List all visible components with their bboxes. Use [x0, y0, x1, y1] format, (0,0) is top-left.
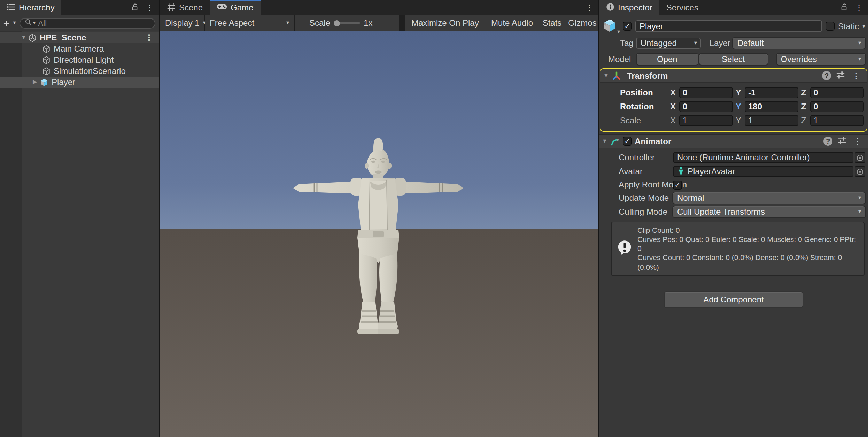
- animator-foldout-icon[interactable]: ▼: [602, 138, 607, 144]
- controller-label[interactable]: Controller: [602, 153, 673, 162]
- animator-info-text: Clip Count: 0 Curves Pos: 0 Quat: 0 Eule…: [637, 226, 859, 271]
- hierarchy-item-player[interactable]: ▶ Player: [0, 77, 159, 88]
- controller-object-picker[interactable]: [855, 152, 865, 163]
- model-open-button[interactable]: Open: [636, 54, 698, 65]
- hierarchy-item-label: Player: [52, 77, 75, 87]
- create-add-caret-icon[interactable]: ▾: [13, 20, 16, 26]
- animator-kebab-icon[interactable]: ⋮: [851, 137, 864, 145]
- animator-header[interactable]: ▼ ✓ Animator ? ⋮: [599, 135, 868, 148]
- controller-object-field[interactable]: None (Runtime Animator Controller): [673, 152, 853, 163]
- animator-header-icons: ? ⋮: [823, 136, 865, 147]
- model-select-button[interactable]: Select: [699, 54, 767, 65]
- add-component-button[interactable]: Add Component: [665, 292, 803, 307]
- info-line: Curves Count: 0 Constant: 0 (0.0%) Dense…: [637, 253, 859, 272]
- culling-mode-label[interactable]: Culling Mode: [602, 207, 673, 217]
- transform-kebab-icon[interactable]: ⋮: [850, 71, 862, 80]
- display-dropdown[interactable]: Display 1 ▾: [160, 15, 204, 31]
- hierarchy-search-input[interactable]: [37, 18, 150, 28]
- animator-enabled-checkbox[interactable]: ✓: [623, 137, 632, 146]
- prefab-icon-caret-icon[interactable]: ▾: [617, 29, 620, 35]
- help-icon[interactable]: ?: [822, 71, 831, 80]
- scale-slider[interactable]: [334, 22, 360, 24]
- rotation-y-field[interactable]: [745, 101, 798, 112]
- lock-icon[interactable]: [840, 2, 848, 13]
- presets-icon[interactable]: [836, 70, 845, 81]
- static-caret-icon[interactable]: ▾: [862, 23, 865, 29]
- scale-slider-knob[interactable]: [334, 20, 340, 26]
- gameobject-name-field[interactable]: [635, 20, 822, 32]
- game-toolbar: Display 1 ▾ Free Aspect ▾ Scale 1x Maxim…: [160, 15, 598, 31]
- apply-root-motion-checkbox[interactable]: ✓: [673, 180, 682, 189]
- axis-z-label[interactable]: Z: [801, 116, 807, 125]
- tab-game-label: Game: [231, 3, 253, 13]
- transform-header[interactable]: ▼ Transform ? ⋮: [600, 69, 867, 83]
- rotation-z-field[interactable]: [810, 101, 864, 112]
- culling-mode-dropdown[interactable]: Cull Update Transforms ▾: [673, 206, 865, 217]
- rotation-x-field[interactable]: [679, 101, 733, 112]
- prefab-cube-icon: [602, 18, 617, 36]
- axis-z-label[interactable]: Z: [801, 102, 807, 112]
- overrides-dropdown[interactable]: Overrides ▾: [776, 54, 865, 65]
- hierarchy-item-simulationscenario[interactable]: SimulationScenario: [0, 66, 159, 77]
- lock-icon[interactable]: [131, 2, 139, 13]
- axis-x-label[interactable]: X: [670, 116, 676, 125]
- axis-y-label-active[interactable]: Y: [736, 102, 742, 112]
- maximize-on-play-button[interactable]: Maximize On Play: [405, 15, 486, 31]
- player-foldout-icon[interactable]: ▶: [33, 79, 40, 85]
- tab-hierarchy[interactable]: Hierarchy: [0, 0, 62, 15]
- apply-root-motion-label[interactable]: Apply Root Motion: [602, 180, 673, 190]
- avatar-object-field[interactable]: PlayerAvatar: [673, 166, 853, 177]
- tag-dropdown[interactable]: Untagged ▾: [636, 38, 701, 49]
- gameobject-name-row: ▾ ✓ Static ▾: [602, 18, 865, 34]
- scene-kebab-icon[interactable]: ⋮: [143, 33, 155, 42]
- scale-z-field[interactable]: [810, 115, 864, 126]
- gizmos-button[interactable]: Gizmos: [566, 15, 598, 31]
- search-filter-caret-icon[interactable]: ▾: [33, 21, 36, 25]
- info-line: Curves Pos: 0 Quat: 0 Euler: 0 Scale: 0 …: [637, 235, 859, 253]
- game-menu-kebab-icon[interactable]: ⋮: [583, 3, 596, 12]
- scale-y-field[interactable]: [745, 115, 798, 126]
- scene-name: HPE_Scene: [40, 33, 86, 43]
- axis-x-label[interactable]: X: [670, 88, 676, 98]
- mute-audio-button[interactable]: Mute Audio: [486, 15, 538, 31]
- axis-y-label[interactable]: Y: [736, 116, 742, 125]
- tab-inspector[interactable]: Inspector: [599, 0, 659, 15]
- position-y-field[interactable]: [745, 87, 798, 98]
- scene-row[interactable]: ▼ HPE_Scene ⋮: [0, 32, 159, 43]
- scene-foldout-icon[interactable]: ▼: [21, 35, 28, 40]
- position-label[interactable]: Position: [603, 88, 670, 98]
- scale-x-field[interactable]: [679, 115, 733, 126]
- hierarchy-search-box[interactable]: ▾: [20, 18, 155, 28]
- unity-editor-window: Hierarchy ⋮ + ▾ ▾ ▼: [0, 0, 868, 437]
- tab-scene[interactable]: Scene: [160, 0, 210, 15]
- game-viewport[interactable]: [160, 31, 598, 437]
- inspector-menu-kebab-icon[interactable]: ⋮: [853, 3, 865, 12]
- position-x-field[interactable]: [679, 87, 733, 98]
- position-z-field[interactable]: [810, 87, 864, 98]
- axis-y-label[interactable]: Y: [736, 88, 742, 98]
- hierarchy-menu-kebab-icon[interactable]: ⋮: [144, 3, 156, 12]
- presets-icon[interactable]: [837, 136, 846, 147]
- scale-label[interactable]: Scale: [603, 116, 670, 125]
- hierarchy-item-main-camera[interactable]: Main Camera: [0, 43, 159, 54]
- axis-z-label[interactable]: Z: [801, 88, 807, 98]
- transform-foldout-icon[interactable]: ▼: [603, 73, 609, 78]
- tab-services[interactable]: Services: [659, 0, 705, 15]
- rotation-label[interactable]: Rotation: [603, 102, 670, 112]
- avatar-label[interactable]: Avatar: [602, 167, 673, 176]
- axis-x-label[interactable]: X: [670, 102, 676, 112]
- active-checkbox[interactable]: ✓: [623, 22, 632, 31]
- tab-game[interactable]: Game: [210, 0, 260, 15]
- stats-button[interactable]: Stats: [538, 15, 566, 31]
- hierarchy-item-directional-light[interactable]: Directional Light: [0, 54, 159, 66]
- prefab-icon-large[interactable]: ▾: [602, 18, 619, 34]
- static-checkbox[interactable]: [826, 22, 835, 31]
- create-add-button[interactable]: +: [3, 18, 10, 28]
- aspect-dropdown[interactable]: Free Aspect ▾: [205, 15, 294, 31]
- update-mode-dropdown[interactable]: Normal ▾: [673, 192, 865, 204]
- avatar-object-picker[interactable]: [855, 166, 865, 177]
- update-mode-label[interactable]: Update Mode: [602, 193, 673, 203]
- layer-dropdown[interactable]: Default ▾: [733, 38, 865, 49]
- help-icon[interactable]: ?: [823, 137, 832, 146]
- model-select-label: Select: [722, 54, 745, 64]
